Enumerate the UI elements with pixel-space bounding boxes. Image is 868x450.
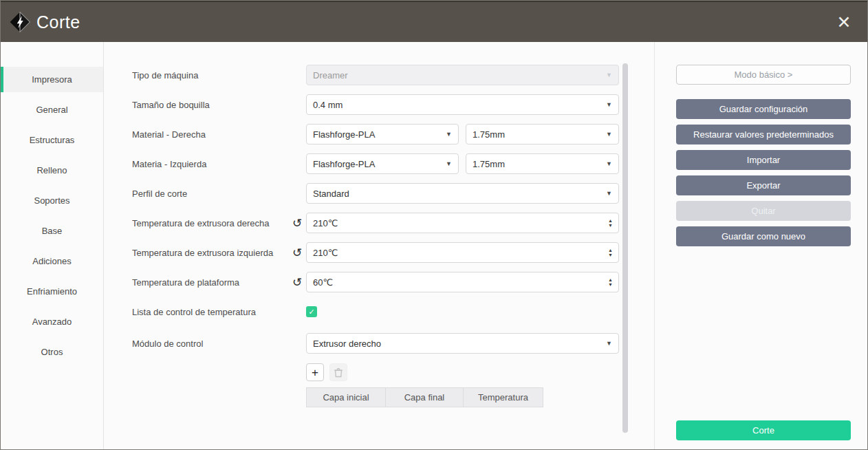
sidebar-item-avanzado[interactable]: Avanzado [1,309,103,334]
material-right-select[interactable]: Flashforge-PLA ▼ [306,124,459,144]
sidebar-item-estructuras[interactable]: Estructuras [1,127,103,153]
nozzle-size-value: 0.4 mm [313,100,343,110]
temp-left-extruder-row: Temperatura de extrusora izquierda ↺ 210… [132,242,654,263]
sidebar-item-otros[interactable]: Otros [1,339,103,365]
machine-type-label: Tipo de máquina [132,70,292,81]
temp-platform-value: 60℃ [313,277,333,288]
titlebar: Corte ✕ [1,1,867,42]
nozzle-size-select[interactable]: 0.4 mm ▼ [306,94,619,115]
dropdown-arrow-icon: ▼ [606,72,612,78]
trash-icon [334,367,343,378]
temp-left-extruder-input[interactable]: 210℃ ▲ ▼ [306,242,619,263]
control-module-label: Módulo de control [132,339,292,349]
temp-checklist-checkbox[interactable]: ✓ [306,306,317,317]
temp-left-extruder-value: 210℃ [313,248,338,258]
slice-profile-value: Standard [313,189,349,199]
temp-platform-input[interactable]: 60℃ ▲ ▼ [306,272,619,292]
nozzle-size-label: Tamaño de boquilla [132,100,292,110]
delete-row-button[interactable] [329,363,347,381]
spin-up-icon[interactable]: ▲ [608,218,613,223]
close-icon[interactable]: ✕ [829,1,859,43]
machine-type-row: Tipo de máquina Dreamer ▼ [132,65,654,85]
sidebar: Impresora General Estructuras Relleno So… [1,42,104,449]
temp-right-extruder-value: 210℃ [313,218,338,228]
action-panel: Modo básico > Guardar configuración Rest… [654,42,867,449]
material-right-diameter-value: 1.75mm [473,129,505,140]
spin-down-icon[interactable]: ▼ [608,253,613,257]
material-left-diameter-value: 1.75mm [473,159,505,169]
sidebar-item-soportes[interactable]: Soportes [1,188,103,213]
temp-table-toolbar: + [306,363,654,381]
nozzle-size-row: Tamaño de boquilla 0.4 mm ▼ [132,94,654,115]
sidebar-item-impresora[interactable]: Impresora [1,67,103,92]
slice-settings-dialog: Corte ✕ Impresora General Estructuras Re… [0,0,868,450]
dropdown-arrow-icon: ▼ [606,160,612,167]
table-header-capa-final: Capa final [385,387,464,407]
temp-right-extruder-row: Temperatura de extrusora derecha ↺ 210℃ … [132,213,654,233]
material-right-value: Flashforge-PLA [313,129,375,140]
material-left-select[interactable]: Flashforge-PLA ▼ [306,153,459,174]
dropdown-arrow-icon: ▼ [446,160,452,167]
import-button[interactable]: Importar [676,150,851,170]
temp-right-extruder-label: Temperatura de extrusora derecha [132,218,292,228]
control-module-select[interactable]: Extrusor derecho ▼ [306,333,619,354]
dropdown-arrow-icon: ▼ [606,101,612,108]
temp-platform-row: Temperatura de plataforma ↺ 60℃ ▲ ▼ [132,272,654,292]
temp-right-extruder-input[interactable]: 210℃ ▲ ▼ [306,213,619,233]
material-right-row: Material - Derecha Flashforge-PLA ▼ 1.75… [132,124,654,144]
control-module-row: Módulo de control Extrusor derecho ▼ [132,333,654,354]
table-header-temperatura: Temperatura [463,387,543,407]
reset-icon[interactable]: ↺ [292,247,302,259]
temp-platform-label: Temperatura de plataforma [132,277,292,288]
basic-mode-button[interactable]: Modo básico > [676,65,851,85]
spin-down-icon[interactable]: ▼ [608,223,613,228]
dropdown-arrow-icon: ▼ [606,190,612,197]
temperature-table-header: Capa inicial Capa final Temperatura [306,387,544,407]
dropdown-arrow-icon: ▼ [606,131,612,138]
reset-icon[interactable]: ↺ [292,277,302,288]
material-left-diameter-select[interactable]: 1.75mm ▼ [466,153,619,174]
slice-profile-select[interactable]: Standard ▼ [306,183,619,204]
machine-type-select: Dreamer ▼ [306,65,619,85]
sidebar-item-adiciones[interactable]: Adiciones [1,248,103,274]
material-left-row: Materia - Izquierda Flashforge-PLA ▼ 1.7… [132,153,654,174]
sidebar-item-relleno[interactable]: Relleno [1,158,103,183]
slice-profile-row: Perfil de corte Standard ▼ [132,183,654,204]
machine-type-value: Dreamer [313,70,348,81]
reset-icon[interactable]: ↺ [292,217,302,229]
printer-settings-form: Tipo de máquina Dreamer ▼ Tamaño de boqu… [104,42,654,449]
dialog-title: Corte [36,12,80,32]
dialog-body: Impresora General Estructuras Relleno So… [1,42,867,449]
temp-checklist-row: Lista de control de temperatura ✓ [132,301,654,322]
material-right-diameter-select[interactable]: 1.75mm ▼ [466,124,619,144]
temp-left-extruder-label: Temperatura de extrusora izquierda [132,248,292,258]
remove-button: Quitar [676,201,851,221]
save-as-new-button[interactable]: Guardar como nuevo [676,226,851,246]
slice-button[interactable]: Corte [676,420,851,440]
dropdown-arrow-icon: ▼ [606,340,612,347]
dropdown-arrow-icon: ▼ [446,131,452,138]
table-header-capa-inicial: Capa inicial [306,387,386,407]
save-config-button[interactable]: Guardar configuración [676,99,851,119]
add-row-button[interactable]: + [306,363,324,381]
export-button[interactable]: Exportar [676,175,851,195]
check-icon: ✓ [308,308,314,317]
plus-icon: + [312,367,318,378]
sidebar-item-base[interactable]: Base [1,218,103,244]
flashforge-logo-icon [8,10,32,34]
temp-checklist-label: Lista de control de temperatura [132,307,292,317]
material-left-value: Flashforge-PLA [313,159,375,169]
vertical-scrollbar[interactable] [622,63,628,433]
sidebar-item-general[interactable]: General [1,97,103,122]
spin-down-icon[interactable]: ▼ [608,282,613,287]
slice-profile-label: Perfil de corte [132,189,292,199]
sidebar-item-enfriamiento[interactable]: Enfriamiento [1,279,103,304]
control-module-value: Extrusor derecho [313,339,381,349]
restore-defaults-button[interactable]: Restaurar valores predeterminados [676,125,851,144]
material-right-label: Material - Derecha [132,129,292,140]
material-left-label: Materia - Izquierda [132,159,292,169]
spin-up-icon[interactable]: ▲ [608,248,613,253]
spin-up-icon[interactable]: ▲ [608,277,613,282]
